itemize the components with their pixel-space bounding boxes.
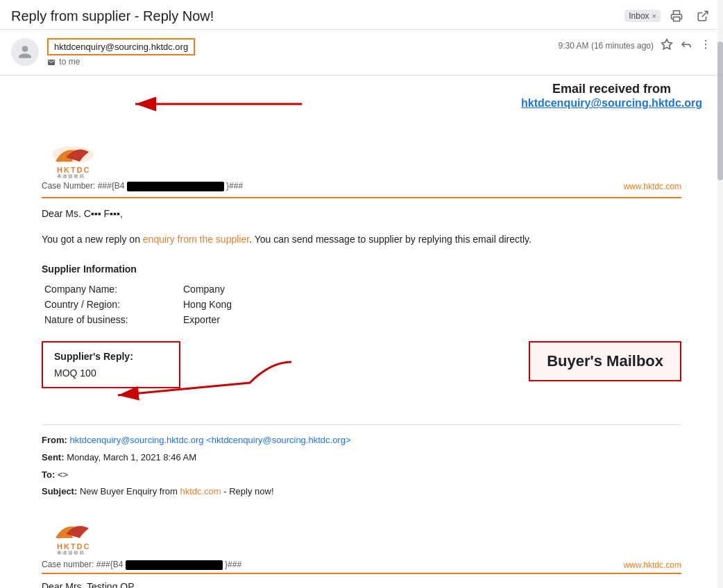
footer-to-row: To: <> <box>42 467 681 484</box>
hktdc-logo-header: HKTDC 香港貿發局 Case Number: ###{B4 }### www… <box>42 131 681 198</box>
svg-line-1 <box>702 11 708 17</box>
footer-to-label: To: <box>42 469 55 480</box>
star-icon[interactable] <box>661 38 673 53</box>
svg-point-5 <box>705 47 706 49</box>
footer-from-email[interactable]: hktdcenquiry@sourcing.hktdc.org <hktdcen… <box>69 435 350 445</box>
footer-sent-row: Sent: Monday, March 1, 2021 8:46 AM <box>42 449 681 467</box>
footer-sent-label: Sent: <box>42 452 65 462</box>
footer-from-label: From: <box>42 435 67 445</box>
field-label: Company Name: <box>42 282 180 297</box>
footer-hktdc-website[interactable]: www.hktdc.com <box>624 560 681 570</box>
scrollbar-thumb[interactable] <box>717 42 723 180</box>
annotation-block: Email received from hktdcenquiry@sourcin… <box>521 81 702 110</box>
annotation-title: Email received from <box>521 81 702 97</box>
hktdc-footer-logo-header: HKTDC 香港貿發局 Case number: ###{B4 }### www… <box>42 512 681 574</box>
footer-case-number: Case number: ###{B4 }### <box>42 560 241 570</box>
footer-subject-label: Subject: <box>42 486 77 496</box>
redacted-bar <box>127 182 224 191</box>
email-header: hktdcenquiry@sourcing.hktdc.org to me 9:… <box>0 30 723 76</box>
supplier-info-table: Company Name: Company Country / Region: … <box>42 282 681 327</box>
top-icons-group <box>667 7 712 25</box>
table-row: Nature of business: Exporter <box>42 312 681 327</box>
footer-subject-link[interactable]: hktdc.com <box>180 486 221 496</box>
reply-mailbox-row: Supplier's Reply: MOQ 100 Buyer's Mailbo… <box>42 341 681 388</box>
more-options-icon[interactable] <box>699 38 712 53</box>
hktdc-footer-logo-area: HKTDC 香港貿發局 Case number: ###{B4 }### <box>42 519 241 570</box>
footer-dear-line: Dear Mrs. Testing OP, <box>42 581 681 588</box>
sender-name-row: hktdcenquiry@sourcing.hktdc.org <box>47 38 550 55</box>
hktdc-footer-logo: HKTDC 香港貿發局 <box>42 519 104 555</box>
badge-close-btn[interactable]: × <box>652 12 656 20</box>
sender-info: hktdcenquiry@sourcing.hktdc.org to me <box>47 38 550 67</box>
open-external-icon[interactable] <box>694 7 712 25</box>
dear-line: Dear Ms. C▪▪▪ F▪▪▪, <box>42 208 681 219</box>
reply-icon[interactable] <box>680 38 692 53</box>
svg-rect-0 <box>674 17 680 21</box>
reply-mailbox-container: Supplier's Reply: MOQ 100 Buyer's Mailbo… <box>42 341 681 417</box>
svg-text:香港貿發局: 香港貿發局 <box>57 551 85 555</box>
table-row: Country / Region: Hong Kong <box>42 297 681 312</box>
sender-email-box: hktdcenquiry@sourcing.hktdc.org <box>47 38 195 55</box>
hktdc-website-link[interactable]: www.hktdc.com <box>624 182 681 191</box>
to-me-label: to me <box>47 57 550 67</box>
footer-redacted-bar <box>126 560 223 570</box>
supplier-info-title: Supplier Information <box>42 263 681 275</box>
inbox-badge[interactable]: Inbox × <box>624 10 661 22</box>
annotation-area: Email received from hktdcenquiry@sourcin… <box>0 76 723 131</box>
svg-text:香港貿發局: 香港貿發局 <box>57 174 85 178</box>
svg-text:HKTDC: HKTDC <box>57 542 91 551</box>
avatar <box>11 38 39 66</box>
footer-from-row: From: hktdcenquiry@sourcing.hktdc.org <h… <box>42 432 681 449</box>
red-arrow-annotation <box>128 87 337 128</box>
print-icon[interactable] <box>667 7 686 25</box>
svg-marker-2 <box>662 40 672 49</box>
table-row: Company Name: Company <box>42 282 681 297</box>
case-number: Case Number: ###{B4 }### <box>42 181 243 191</box>
footer-subject-pre: New Buyer Enquiry from <box>80 486 180 496</box>
email-divider <box>42 424 681 425</box>
buyers-mailbox-text: Buyer's Mailbox <box>547 352 663 370</box>
email-time: 9:30 AM (16 minutes ago) <box>559 41 654 51</box>
field-value: Hong Kong <box>180 297 681 312</box>
field-label: Country / Region: <box>42 297 180 312</box>
field-value: Company <box>180 282 681 297</box>
footer-email-info: From: hktdcenquiry@sourcing.hktdc.org <h… <box>42 432 681 501</box>
scrollbar-track[interactable] <box>717 0 723 588</box>
email-subject: Reply from supplier - Reply Now! <box>11 8 618 24</box>
hktdc-logo: HKTDC 香港貿發局 <box>42 142 104 178</box>
footer-subject-post: - Reply now! <box>221 486 274 496</box>
field-value: Exporter <box>180 312 681 327</box>
footer-to-value: <> <box>58 469 68 480</box>
supplier-reply-box: Supplier's Reply: MOQ 100 <box>42 341 180 388</box>
svg-point-4 <box>705 44 706 45</box>
hktdc-logo-area: HKTDC 香港貿發局 Case Number: ###{B4 }### <box>42 142 243 191</box>
body-message: You got a new reply on enquiry from the … <box>42 232 681 247</box>
footer-sent-value: Monday, March 1, 2021 8:46 AM <box>67 452 196 462</box>
email-meta: 9:30 AM (16 minutes ago) <box>559 38 712 53</box>
badge-label: Inbox <box>629 11 649 21</box>
supplier-reply-label: Supplier's Reply: <box>54 351 168 362</box>
annotation-link[interactable]: hktdcenquiry@sourcing.hktdc.org <box>521 97 702 110</box>
svg-point-3 <box>705 40 706 42</box>
svg-text:HKTDC: HKTDC <box>57 166 91 174</box>
email-body: HKTDC 香港貿發局 Case Number: ###{B4 }### www… <box>0 131 723 588</box>
buyers-mailbox-box: Buyer's Mailbox <box>529 341 681 381</box>
supplier-info-section: Supplier Information Company Name: Compa… <box>42 263 681 327</box>
highlight-enquiry: enquiry from the supplier <box>143 234 249 245</box>
footer-subject-row: Subject: New Buyer Enquiry from hktdc.co… <box>42 483 681 501</box>
supplier-reply-content: MOQ 100 <box>54 368 168 379</box>
top-bar: Reply from supplier - Reply Now! Inbox × <box>0 0 723 30</box>
field-label: Nature of business: <box>42 312 180 327</box>
